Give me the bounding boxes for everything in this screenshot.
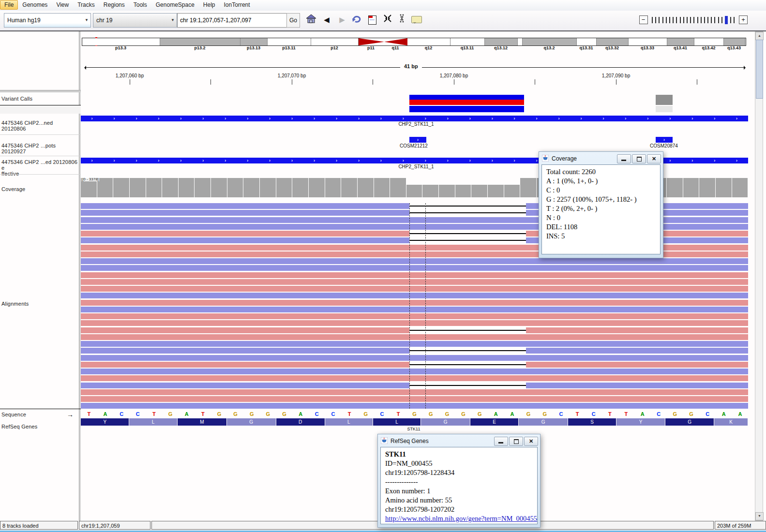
zoom-tick[interactable] xyxy=(704,17,705,23)
strand-arrow-icon: › xyxy=(113,116,115,121)
zoom-tick[interactable] xyxy=(666,17,667,23)
zoom-tick[interactable] xyxy=(676,17,677,23)
sequence-strand-arrow-icon[interactable]: → xyxy=(67,411,74,418)
band-label-p13.2: p13.2 xyxy=(160,45,240,50)
zoom-tick[interactable] xyxy=(659,17,660,23)
strand-arrow-icon: › xyxy=(514,116,515,121)
coverage-popup-line: C : 0 xyxy=(546,186,656,195)
go-button[interactable]: Go xyxy=(286,13,300,28)
variant-filtered-box[interactable] xyxy=(656,95,673,105)
zoom-tick[interactable] xyxy=(701,17,702,23)
zoom-tick[interactable] xyxy=(711,17,712,23)
amplicon-bar[interactable]: ›››››››››››››››››››››››››››››› xyxy=(81,116,748,121)
read-row xyxy=(81,369,748,374)
track-label-sequence[interactable]: Sequence xyxy=(1,412,26,417)
strand-arrow-icon: › xyxy=(180,116,181,121)
comment-icon[interactable] xyxy=(410,14,423,26)
refseq-popup-line: chr19:1205798-1228434 xyxy=(385,468,533,477)
zoom-tick[interactable] xyxy=(693,17,694,23)
menu-item-view[interactable]: View xyxy=(52,0,73,10)
home-icon[interactable] xyxy=(305,14,317,26)
zoom-tick[interactable] xyxy=(690,17,691,23)
vertical-scrollbar[interactable]: ▲ ▼ xyxy=(755,31,763,521)
close-icon[interactable]: ✕ xyxy=(647,154,661,163)
track-label-alignments[interactable]: Alignments xyxy=(1,301,29,307)
track-label-refseq[interactable]: RefSeq Genes xyxy=(1,424,38,429)
variant-call-bar-top[interactable] xyxy=(409,95,524,100)
region-tool-icon[interactable] xyxy=(366,14,378,26)
band-label-q11: q11 xyxy=(384,45,407,50)
strand-arrow-icon: › xyxy=(425,158,426,163)
chromosome-select-value: chr 19 xyxy=(96,17,112,24)
coverage-bar xyxy=(97,178,114,197)
zoom-out-button[interactable]: − xyxy=(639,15,648,24)
locus-input[interactable] xyxy=(177,13,288,28)
forward-icon[interactable]: ▶ xyxy=(336,14,348,26)
zoom-tick[interactable] xyxy=(652,17,653,23)
coverage-popup-line: N : 0 xyxy=(546,213,656,222)
chromosome-ideogram[interactable] xyxy=(82,38,746,46)
zoom-tick[interactable] xyxy=(697,17,698,23)
menu-item-file[interactable]: File xyxy=(0,0,18,10)
band-q13.43 xyxy=(724,38,745,45)
zoom-tick[interactable] xyxy=(707,17,708,23)
strand-arrow-icon: › xyxy=(247,158,248,163)
zoom-tick[interactable] xyxy=(734,17,735,23)
menu-item-regions[interactable]: Regions xyxy=(99,0,129,10)
menu-item-help[interactable]: Help xyxy=(199,0,220,10)
zoom-slider[interactable] xyxy=(651,15,736,24)
karyotype-icon[interactable] xyxy=(396,14,408,26)
track-label-amplicon1[interactable]: 4475346 CHP2...ned 20120806 xyxy=(1,120,79,132)
menu-item-tracks[interactable]: Tracks xyxy=(73,0,99,10)
zoom-tick[interactable] xyxy=(680,17,681,23)
zoom-tick[interactable] xyxy=(730,17,731,23)
zoom-tick[interactable] xyxy=(721,17,722,23)
zoom-tick[interactable] xyxy=(662,17,663,23)
track-label-coverage[interactable]: Coverage xyxy=(1,186,25,192)
track-label-hotspot[interactable]: 4475346 CHP2 ...pots 20120927 xyxy=(1,143,79,154)
hotspot-bar-cosm21212[interactable]: › xyxy=(409,137,426,143)
scrollbar-thumb[interactable] xyxy=(756,40,763,99)
zoom-tick[interactable] xyxy=(687,17,688,23)
genome-select[interactable]: Human hg19 ▼ xyxy=(4,13,91,28)
scroll-up-icon[interactable]: ▲ xyxy=(755,32,764,40)
strand-arrow-icon: › xyxy=(314,116,315,121)
refresh-icon[interactable] xyxy=(350,14,363,26)
zoom-tick[interactable] xyxy=(655,17,656,23)
maximize-icon[interactable] xyxy=(509,437,523,446)
maximize-icon[interactable] xyxy=(632,154,646,163)
refseq-popup-titlebar[interactable]: RefSeq Genes ✕ xyxy=(378,434,540,447)
zoom-tick[interactable] xyxy=(673,17,674,23)
ncbi-gene-link[interactable]: http://www.ncbi.nlm.nih.gov/gene?term=NM… xyxy=(385,515,537,522)
chromosome-select[interactable]: chr 19 ▼ xyxy=(93,13,177,28)
zoom-tick[interactable] xyxy=(718,17,719,23)
menu-item-genomespace[interactable]: GenomeSpace xyxy=(151,0,199,10)
menu-item-tools[interactable]: Tools xyxy=(129,0,151,10)
menu-item-iontorrent[interactable]: IonTorrent xyxy=(220,0,255,10)
zoom-tick[interactable] xyxy=(714,17,715,23)
zoom-tick[interactable] xyxy=(683,17,684,23)
coverage-bar xyxy=(699,178,716,197)
status-memory[interactable]: 203M of 259M xyxy=(715,521,766,530)
track-label-variant-calls[interactable]: Variant Calls xyxy=(1,96,32,102)
zoom-in-button[interactable]: + xyxy=(739,15,748,24)
band-label-q13.41: q13.41 xyxy=(667,45,694,50)
zoom-level-indicator[interactable] xyxy=(725,16,728,24)
strand-arrow-icon: › xyxy=(669,158,671,163)
minimize-icon[interactable] xyxy=(494,437,508,446)
scroll-down-icon[interactable]: ▼ xyxy=(755,512,764,520)
coverage-popup-titlebar[interactable]: Coverage ✕ xyxy=(539,152,663,164)
hotspot-bar-cosm20874[interactable]: › xyxy=(656,137,673,143)
fit-window-icon[interactable] xyxy=(381,14,394,26)
back-icon[interactable]: ◀ xyxy=(320,14,333,26)
amino-acid-L: L xyxy=(373,418,421,426)
close-icon[interactable]: ✕ xyxy=(524,437,538,446)
coverage-bar xyxy=(683,178,700,197)
strand-arrow-icon: › xyxy=(625,116,626,121)
minimize-icon[interactable] xyxy=(617,154,631,163)
variant-call-bar-allele[interactable] xyxy=(409,100,524,105)
zoom-tick[interactable] xyxy=(669,17,670,23)
variant-genotype-bar[interactable] xyxy=(409,106,524,112)
menu-item-genomes[interactable]: Genomes xyxy=(18,0,52,10)
strand-arrow-icon: › xyxy=(736,116,737,121)
